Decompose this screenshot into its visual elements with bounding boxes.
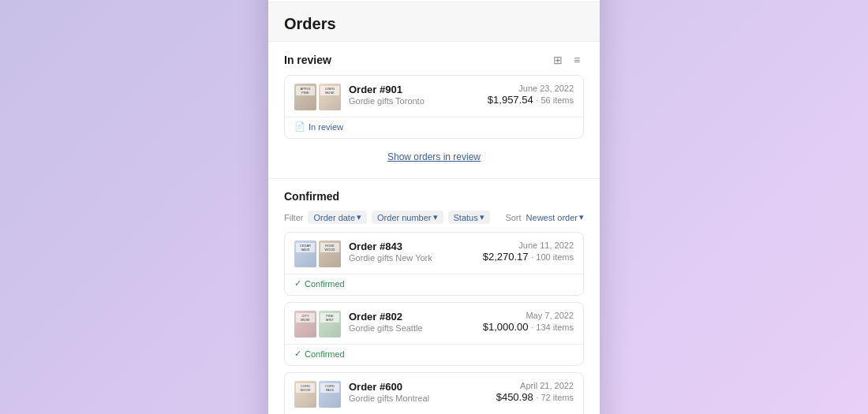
order-items-count: 56 items [541,95,574,105]
product-image-4: ROSEWOOD [319,241,341,267]
document-icon: 📄 [294,121,305,132]
main-window: Candle Account ▾ Orders Go to store Orde… [268,0,600,414]
order-802-images: CITYMUSK PINEMINT [294,311,341,338]
status-label: In review [309,122,343,132]
check-icon-843: ✓ [294,278,301,289]
order-843-info: Order #843 Gordie gifts New York [349,241,475,263]
product-image-2: LINENMUSK [319,84,341,110]
order-802-number: Order #802 [349,311,475,323]
filter-order-date[interactable]: Order date ▾ [308,211,367,224]
order-802-desc: Gordie gifts Seattle [349,323,475,333]
grid-view-icon[interactable]: ⊞ [551,53,565,67]
list-view-icon[interactable]: ≡ [570,53,584,67]
product-image-3: CEDARSAGE [294,241,316,267]
order-card-600[interactable]: CORDWOOD CORDPACK Order #600 Gordie gift… [284,372,584,414]
in-review-section: In review ⊞ ≡ APPLEPINE LINENMUSK [268,42,600,169]
order-843-price: $2,270.17 · 100 items [483,251,574,263]
chevron-icon: ▾ [357,212,361,222]
order-843-images: CEDARSAGE ROSEWOOD [294,241,341,267]
order-date: June 23, 2022 [488,84,574,93]
in-review-header: In review ⊞ ≡ [284,53,584,67]
sort-label: Sort [505,213,521,222]
page-title: Orders [284,15,336,32]
check-icon-802: ✓ [294,349,301,359]
order-600-date: April 21, 2022 [496,381,574,390]
order-card-843[interactable]: CEDARSAGE ROSEWOOD Order #843 Gordie gif… [284,232,584,296]
order-card-footer-901: 📄 In review [285,117,583,138]
order-843-date: June 11, 2022 [483,241,574,250]
view-icons: ⊞ ≡ [551,53,584,67]
order-802-meta: May 7, 2022 $1,000.00 · 134 items [483,311,574,333]
status-badge-confirmed-802: ✓ Confirmed [294,349,345,359]
product-image-6: PINEMINT [319,311,341,338]
order-802-info: Order #802 Gordie gifts Seattle [349,311,475,333]
order-802-price: $1,000.00 · 134 items [483,321,574,333]
filter-label: Filter [284,213,303,222]
order-600-meta: April 21, 2022 $450.98 · 72 items [496,381,574,403]
order-price: $1,957.54 · 56 items [488,94,574,106]
show-more-review[interactable]: Show orders in review [284,145,584,169]
order-card-main: APPLEPINE LINENMUSK Order #901 Gordie gi… [285,76,583,117]
order-802-footer: ✓ Confirmed [285,344,583,365]
order-card-901[interactable]: APPLEPINE LINENMUSK Order #901 Gordie gi… [284,75,584,139]
sort-newest-order[interactable]: Newest order ▾ [526,212,584,222]
confirmed-section: Confirmed Filter Order date ▾ Order numb… [268,179,600,414]
order-number: Order #901 [349,84,480,95]
chevron-icon: ▾ [433,212,438,222]
order-600-info: Order #600 Gordie gifts Montreal [349,381,488,403]
filter-row: Filter Order date ▾ Order number ▾ Statu… [284,211,584,224]
order-802-main: CITYMUSK PINEMINT Order #802 Gordie gift… [285,303,583,344]
order-843-desc: Gordie gifts New York [349,253,475,263]
product-image-7: CORDWOOD [294,381,316,408]
order-card-802[interactable]: CITYMUSK PINEMINT Order #802 Gordie gift… [284,302,584,366]
page-header: Orders [268,2,600,42]
filter-status[interactable]: Status ▾ [448,211,490,224]
order-600-images: CORDWOOD CORDPACK [294,381,341,408]
content-area: In review ⊞ ≡ APPLEPINE LINENMUSK [268,42,600,414]
product-image-5: CITYMUSK [294,311,316,338]
filter-order-number[interactable]: Order number ▾ [372,211,443,224]
order-600-price: $450.98 · 72 items [496,391,574,403]
order-843-main: CEDARSAGE ROSEWOOD Order #843 Gordie gif… [285,233,583,274]
in-review-title: In review [284,54,331,66]
confirmed-section-header: Confirmed [284,190,584,203]
status-label-802: Confirmed [305,349,345,359]
status-badge-review: 📄 In review [294,121,343,132]
order-info: Order #901 Gordie gifts Toronto [349,84,480,106]
order-843-footer: ✓ Confirmed [285,274,583,295]
order-600-main: CORDWOOD CORDPACK Order #600 Gordie gift… [285,373,583,414]
order-843-number: Order #843 [349,241,475,252]
confirmed-title: Confirmed [284,190,339,203]
order-description: Gordie gifts Toronto [349,96,480,106]
order-images: APPLEPINE LINENMUSK [294,84,341,110]
product-image-8: CORDPACK [319,381,341,408]
sort-chevron-icon: ▾ [579,212,584,222]
status-badge-confirmed-843: ✓ Confirmed [294,278,345,289]
order-843-meta: June 11, 2022 $2,270.17 · 100 items [483,241,574,263]
order-meta: June 23, 2022 $1,957.54 · 56 items [488,84,574,106]
order-600-desc: Gordie gifts Montreal [349,393,488,403]
chevron-icon: ▾ [480,212,485,222]
status-label-843: Confirmed [305,279,345,289]
order-600-number: Order #600 [349,381,488,393]
order-802-date: May 7, 2022 [483,311,574,320]
product-image-1: APPLEPINE [294,84,316,110]
